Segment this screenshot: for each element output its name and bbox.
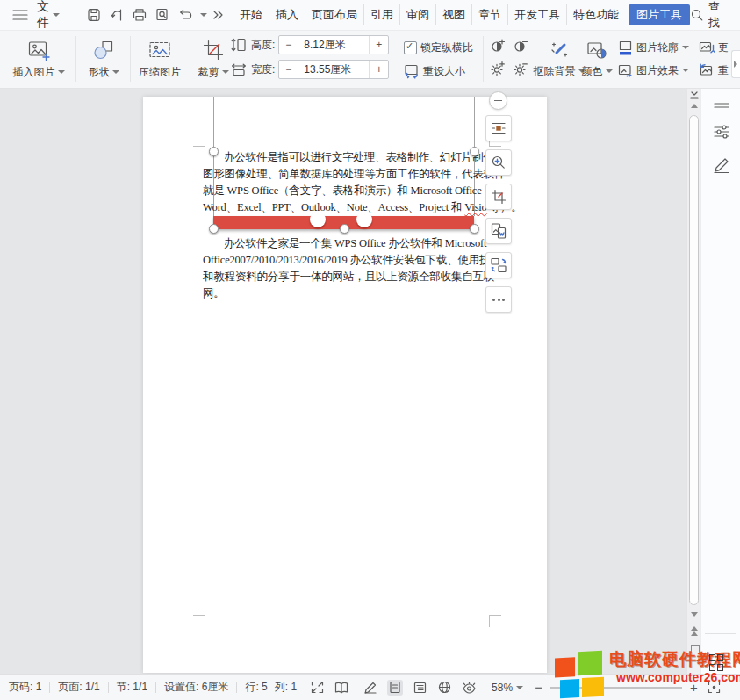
convert-picture-button[interactable] <box>485 252 512 278</box>
decrease-contrast-button[interactable] <box>511 36 530 55</box>
selection-handle-bottom-right[interactable] <box>470 224 479 234</box>
tab-review[interactable]: 审阅 <box>399 4 435 25</box>
change-picture-button[interactable]: 更 <box>699 38 729 57</box>
crop-button[interactable]: 裁剪 <box>193 32 233 85</box>
find-button[interactable]: 查找 <box>690 0 720 31</box>
previous-page-button[interactable] <box>687 626 701 636</box>
zoom-out-button[interactable]: − <box>535 680 542 695</box>
margin-mark <box>489 615 501 627</box>
print-preview-button[interactable] <box>154 6 170 24</box>
insert-picture-button[interactable]: 插入图片 <box>7 32 70 85</box>
page-view-button[interactable] <box>387 680 403 696</box>
zoom-level-dropdown[interactable]: 58% <box>492 682 523 694</box>
ribbon-expander-button[interactable] <box>731 50 740 78</box>
selection-handle-right[interactable] <box>470 147 479 156</box>
collapse-panel-icon[interactable] <box>712 96 731 115</box>
outline-view-button[interactable] <box>412 680 427 696</box>
print-button[interactable] <box>132 6 147 24</box>
symbol-omega-icon[interactable] <box>712 187 731 206</box>
shapes-button[interactable]: 形状 <box>81 32 126 85</box>
file-menu[interactable]: 文件 <box>37 0 60 31</box>
increase-contrast-button[interactable] <box>488 36 507 55</box>
read-layout-button[interactable] <box>334 680 349 696</box>
status-setting-value[interactable]: 设置值: 6厘米 <box>164 680 228 695</box>
find-label: 查找 <box>708 0 720 31</box>
scrollbar-thumb[interactable] <box>689 115 699 605</box>
status-pages[interactable]: 页面: 1/1 <box>58 680 99 695</box>
status-separator <box>49 682 50 693</box>
select-browse-object-button[interactable] <box>691 645 700 653</box>
crop-picture-button[interactable] <box>485 184 512 210</box>
status-separator <box>236 682 237 693</box>
tab-developer[interactable]: 开发工具 <box>507 4 566 25</box>
more-picture-tools-button[interactable] <box>485 286 512 313</box>
decrease-brightness-button[interactable] <box>511 59 530 78</box>
chevron-down-icon <box>222 70 229 74</box>
picture-effects-button[interactable]: 图片效果 <box>618 61 689 80</box>
status-column[interactable]: 列: 1 <box>275 680 297 695</box>
reset-picture-label: 重 <box>718 63 729 78</box>
height-decrease-button[interactable]: − <box>279 36 298 54</box>
change-picture-icon <box>699 40 715 55</box>
tab-page-layout[interactable]: 页面布局 <box>305 4 363 25</box>
status-page-number[interactable]: 页码: 1 <box>9 680 41 695</box>
tab-section[interactable]: 章节 <box>471 4 507 25</box>
save-button[interactable] <box>86 6 102 24</box>
layout-options-button[interactable] <box>485 115 512 141</box>
scroll-down-arrow[interactable] <box>687 612 701 617</box>
hamburger-icon[interactable] <box>12 9 28 21</box>
tab-references[interactable]: 引用 <box>363 4 399 25</box>
selection-handle-left[interactable] <box>209 147 219 156</box>
status-section[interactable]: 节: 1/1 <box>117 680 147 695</box>
color-label: 颜色 <box>582 64 603 79</box>
selection-handle-bottom-center[interactable] <box>340 224 349 234</box>
compress-picture-button[interactable]: 压缩图片 <box>133 32 186 85</box>
zoom-picture-button[interactable] <box>485 149 512 176</box>
tab-home[interactable]: 开始 <box>233 4 269 25</box>
picture-outline-icon <box>618 40 633 55</box>
height-increase-button[interactable]: + <box>369 36 388 54</box>
reset-picture-button[interactable]: 重 <box>699 61 729 80</box>
web-view-button[interactable] <box>436 680 452 696</box>
fit-page-button[interactable] <box>707 680 722 696</box>
ink-pen-icon[interactable] <box>712 155 731 175</box>
more-quick-actions-icon[interactable] <box>212 6 225 24</box>
eye-protection-button[interactable] <box>461 680 477 696</box>
page-grid-icon[interactable] <box>709 654 725 672</box>
selection-handle-bottom-left[interactable] <box>209 224 219 234</box>
titlebar-right-cluster: 查找 <box>690 0 740 31</box>
width-increase-button[interactable]: + <box>369 61 388 78</box>
width-decrease-button[interactable]: − <box>279 61 298 78</box>
remove-background-label: 抠除背景 <box>534 64 576 79</box>
width-value[interactable]: 13.55厘米 <box>298 61 369 78</box>
tab-picture-tools[interactable]: 图片工具 <box>629 4 690 25</box>
color-button[interactable]: 颜色 <box>578 32 616 85</box>
status-line[interactable]: 行: 5 <box>245 680 267 695</box>
scroll-up-arrow[interactable] <box>687 104 701 108</box>
picture-to-document-button[interactable] <box>485 218 512 244</box>
edit-mode-button[interactable] <box>363 680 378 696</box>
properties-sliders-icon[interactable] <box>712 122 731 141</box>
vertical-scrollbar[interactable] <box>686 89 700 674</box>
tab-insert[interactable]: 插入 <box>269 4 305 25</box>
collapse-floating-toolbar-button[interactable] <box>489 91 507 110</box>
chevron-down-icon <box>682 46 689 49</box>
reset-size-button[interactable]: 重设大小 <box>404 61 465 81</box>
picture-outline-button[interactable]: 图片轮廓 <box>618 38 689 57</box>
ruler-toggle-icon[interactable] <box>690 91 699 100</box>
tab-view[interactable]: 视图 <box>435 4 471 25</box>
height-adjust-icon <box>230 37 248 53</box>
reset-size-icon <box>404 63 420 79</box>
right-task-panel <box>700 89 740 674</box>
height-value[interactable]: 8.12厘米 <box>298 36 369 54</box>
chevron-down-icon <box>53 13 60 17</box>
undo-dropdown-caret[interactable] <box>200 13 207 17</box>
fullscreen-button[interactable] <box>309 680 325 696</box>
tab-special-features[interactable]: 特色功能 <box>566 4 625 25</box>
zoom-slider[interactable] <box>550 687 682 689</box>
export-button[interactable] <box>109 6 125 24</box>
lock-aspect-checkbox[interactable] <box>404 41 417 54</box>
undo-button[interactable] <box>177 6 195 24</box>
increase-brightness-button[interactable] <box>488 59 507 78</box>
zoom-in-button[interactable]: + <box>690 680 698 695</box>
